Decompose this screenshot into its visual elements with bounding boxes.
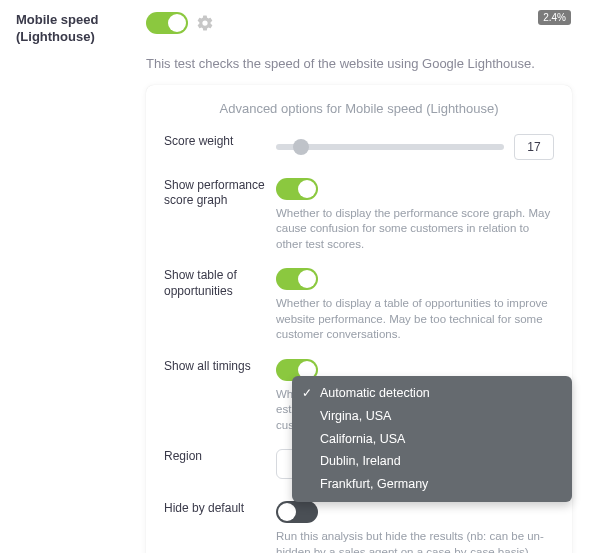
percentage-badge: 2.4% [538, 10, 571, 25]
score-weight-slider[interactable] [276, 144, 504, 150]
card-title: Advanced options for Mobile speed (Light… [164, 101, 554, 116]
perf-graph-desc: Whether to display the performance score… [276, 206, 554, 253]
score-weight-label: Score weight [164, 134, 276, 150]
opportunities-desc: Whether to display a table of opportunit… [276, 296, 554, 343]
region-label: Region [164, 449, 276, 465]
region-option[interactable]: Dublin, Ireland [292, 450, 572, 473]
region-option[interactable]: Virgina, USA [292, 405, 572, 428]
hide-default-label: Hide by default [164, 501, 276, 517]
opportunities-toggle[interactable] [276, 268, 318, 290]
region-option[interactable]: Frankfurt, Germany [292, 473, 572, 496]
opportunities-label: Show table of opportunities [164, 268, 276, 299]
region-option[interactable]: California, USA [292, 428, 572, 451]
score-weight-input[interactable] [514, 134, 554, 160]
hide-default-toggle[interactable] [276, 501, 318, 523]
section-description: This test checks the speed of the websit… [146, 56, 589, 71]
region-dropdown[interactable]: Automatic detection Virgina, USA Califor… [292, 376, 572, 502]
section-title: Mobile speed (Lighthouse) [16, 12, 146, 46]
perf-graph-label: Show performance score graph [164, 178, 276, 209]
gear-icon[interactable] [196, 14, 214, 32]
hide-default-desc: Run this analysis but hide the results (… [276, 529, 554, 553]
region-option[interactable]: Automatic detection [292, 382, 572, 405]
perf-graph-toggle[interactable] [276, 178, 318, 200]
timings-label: Show all timings [164, 359, 276, 375]
enable-toggle[interactable] [146, 12, 188, 34]
